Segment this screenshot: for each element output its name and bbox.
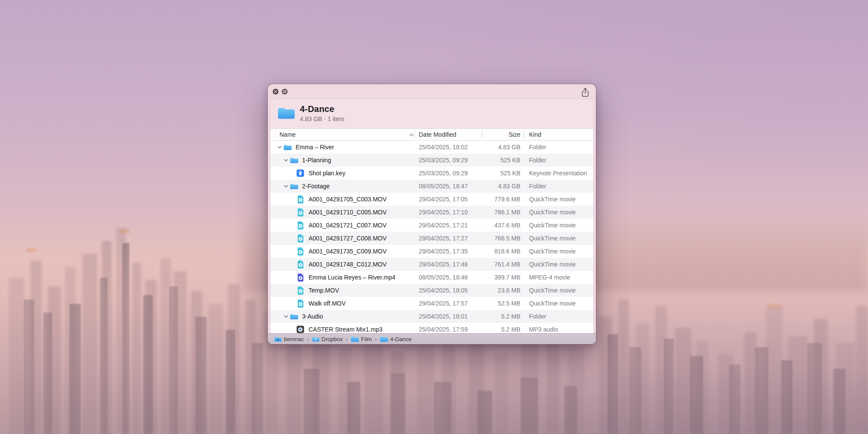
file-name: 3-Audio bbox=[302, 313, 323, 320]
file-size: 761.4 MB bbox=[474, 258, 520, 271]
file-kind: MPEG-4 movie bbox=[529, 271, 570, 284]
file-name-cell: Shot plan.key bbox=[270, 167, 345, 180]
file-name-cell: 3-Audio bbox=[270, 310, 323, 323]
date-modified: 25/04/2025, 18:02 bbox=[419, 141, 468, 154]
table-row[interactable]: 1-Planning25/03/2025, 09:29525 KBFolder bbox=[270, 154, 593, 167]
breadcrumb-label: Film bbox=[361, 336, 372, 342]
file-name-cell: A001_04291710_C005.MOV bbox=[270, 206, 387, 219]
quicktime-icon bbox=[296, 208, 305, 217]
breadcrumb-separator: › bbox=[375, 336, 377, 342]
table-row[interactable]: 2-Footage08/05/2025, 18:474.83 GBFolder bbox=[270, 180, 593, 193]
table-row[interactable]: 3-Audio25/04/2025, 18:015.2 MBFolder bbox=[270, 310, 593, 323]
date-modified: 29/04/2025, 17:10 bbox=[419, 206, 468, 219]
folder-titles: 4-Dance 4.83 GB · 1 item bbox=[300, 104, 344, 122]
column-header-kind[interactable]: Kind bbox=[529, 129, 541, 140]
file-name: A001_04291705_C003.MOV bbox=[309, 196, 387, 203]
file-size: 4.83 GB bbox=[474, 180, 520, 193]
minimize-disabled-button[interactable] bbox=[282, 89, 288, 95]
date-modified: 25/03/2025, 09:29 bbox=[419, 167, 468, 180]
path-bar: benmac›Dropbox›Film›4-Dance bbox=[268, 333, 596, 344]
table-row[interactable]: A001_04291748_C012.MOV29/04/2025, 17:487… bbox=[270, 258, 593, 271]
column-divider bbox=[524, 131, 524, 138]
file-kind: Folder bbox=[529, 141, 546, 154]
quicktime-icon bbox=[296, 247, 305, 256]
file-size: 779.6 MB bbox=[474, 193, 520, 206]
folder-icon bbox=[283, 144, 292, 151]
table-row[interactable]: A001_04291727_C008.MOV29/04/2025, 17:277… bbox=[270, 232, 593, 245]
file-name-cell: Temp.MOV bbox=[270, 284, 339, 297]
file-name: Walk off.MOV bbox=[309, 300, 346, 307]
file-size: 4.83 GB bbox=[474, 141, 520, 154]
table-row[interactable]: A001_04291721_C007.MOV29/04/2025, 17:214… bbox=[270, 219, 593, 232]
keynote-icon bbox=[296, 169, 305, 177]
column-header-name[interactable]: Name bbox=[279, 129, 296, 140]
file-name: Emma – River bbox=[296, 144, 334, 151]
file-kind: QuickTime movie bbox=[529, 297, 576, 310]
breadcrumb-item-benmac[interactable]: benmac bbox=[274, 336, 304, 342]
folder-icon bbox=[289, 313, 298, 320]
folder-icon bbox=[289, 157, 298, 164]
file-name-cell: Emma – River bbox=[270, 141, 334, 154]
file-size: 525 KB bbox=[474, 154, 520, 167]
date-modified: 25/04/2025, 18:05 bbox=[419, 284, 468, 297]
file-size: 52.5 MB bbox=[474, 297, 520, 310]
column-label: Kind bbox=[529, 131, 541, 138]
date-modified: 29/04/2025, 17:27 bbox=[419, 232, 468, 245]
folder-icon bbox=[380, 336, 388, 342]
window-titlebar[interactable] bbox=[268, 84, 596, 99]
folder-icon bbox=[289, 183, 298, 190]
table-row[interactable]: Shot plan.key25/03/2025, 09:29525 KBKeyn… bbox=[270, 167, 593, 180]
file-name: Emma Lucia Reyes – River.mp4 bbox=[309, 274, 395, 281]
disclosure-chevron-icon[interactable] bbox=[283, 185, 289, 188]
file-name-cell: 1-Planning bbox=[270, 154, 331, 167]
file-name: 2-Footage bbox=[302, 183, 330, 190]
file-name-cell: Walk off.MOV bbox=[270, 297, 346, 310]
file-name-cell: A001_04291705_C003.MOV bbox=[270, 193, 387, 206]
table-row[interactable]: CASTER Stream Mix1.mp325/04/2025, 17:595… bbox=[270, 323, 593, 333]
table-row[interactable]: Emma Lucia Reyes – River.mp408/05/2025, … bbox=[270, 271, 593, 284]
dropbox-folder-icon bbox=[312, 336, 319, 342]
disclosure-chevron-icon[interactable] bbox=[283, 315, 289, 318]
file-size: 437.6 MB bbox=[474, 219, 520, 232]
table-row[interactable]: A001_04291705_C003.MOV29/04/2025, 17:057… bbox=[270, 193, 593, 206]
breadcrumb: benmac›Dropbox›Film›4-Dance bbox=[274, 336, 411, 342]
file-name-cell: A001_04291721_C007.MOV bbox=[270, 219, 387, 232]
column-header-size[interactable]: Size bbox=[474, 129, 520, 140]
content-card: 4-Dance 4.83 GB · 1 item Name Date Modif… bbox=[270, 99, 593, 333]
folder-icon bbox=[277, 106, 295, 120]
home-folder-icon bbox=[274, 336, 282, 342]
table-row[interactable]: Temp.MOV25/04/2025, 18:0523.8 MBQuickTim… bbox=[270, 284, 593, 297]
table-row[interactable]: A001_04291735_C009.MOV29/04/2025, 17:358… bbox=[270, 245, 593, 258]
breadcrumb-item-film[interactable]: Film bbox=[351, 336, 372, 342]
file-kind: QuickTime movie bbox=[529, 193, 576, 206]
share-button[interactable] bbox=[580, 87, 590, 98]
close-button[interactable] bbox=[273, 89, 279, 95]
disclosure-chevron-icon[interactable] bbox=[283, 159, 289, 162]
date-modified: 25/03/2025, 09:29 bbox=[419, 154, 468, 167]
table-row[interactable]: Walk off.MOV29/04/2025, 17:5752.5 MBQuic… bbox=[270, 297, 593, 310]
file-kind: Folder bbox=[529, 154, 546, 167]
column-header-date-modified[interactable]: Date Modified bbox=[419, 129, 456, 140]
file-list: Emma – River25/04/2025, 18:024.83 GBFold… bbox=[270, 141, 593, 333]
file-size: 399.7 MB bbox=[474, 271, 520, 284]
column-label: Size bbox=[509, 131, 520, 138]
mpeg4-icon bbox=[296, 273, 305, 282]
file-size: 5.2 MB bbox=[474, 310, 520, 323]
quicktime-icon bbox=[296, 260, 305, 269]
breadcrumb-separator: › bbox=[307, 336, 309, 342]
date-modified: 08/05/2025, 18:46 bbox=[419, 271, 468, 284]
table-header: Name Date Modified Size Kind bbox=[270, 129, 593, 141]
disclosure-chevron-icon[interactable] bbox=[276, 146, 283, 149]
file-name: A001_04291727_C008.MOV bbox=[309, 235, 387, 242]
column-divider bbox=[414, 131, 415, 138]
breadcrumb-label: 4-Dance bbox=[390, 336, 411, 342]
date-modified: 29/04/2025, 17:35 bbox=[419, 245, 468, 258]
quicktime-icon bbox=[296, 234, 305, 243]
date-modified: 25/04/2025, 17:59 bbox=[419, 323, 468, 333]
quicktime-icon bbox=[296, 221, 305, 230]
breadcrumb-item-dropbox[interactable]: Dropbox bbox=[312, 336, 343, 342]
table-row[interactable]: Emma – River25/04/2025, 18:024.83 GBFold… bbox=[270, 141, 593, 154]
breadcrumb-item-4-dance[interactable]: 4-Dance bbox=[380, 336, 411, 342]
table-row[interactable]: A001_04291710_C005.MOV29/04/2025, 17:107… bbox=[270, 206, 593, 219]
file-name-cell: 2-Footage bbox=[270, 180, 330, 193]
